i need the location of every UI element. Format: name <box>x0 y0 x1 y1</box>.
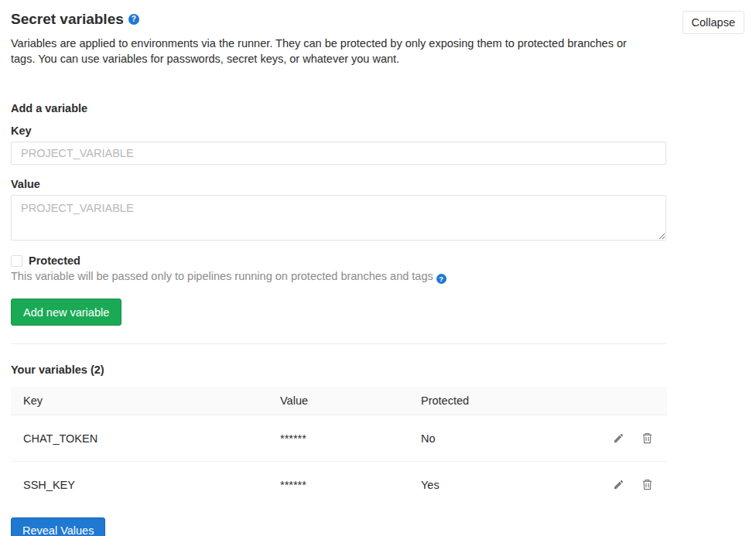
reveal-values-button[interactable]: Reveal Values <box>11 517 105 536</box>
delete-variable-button[interactable] <box>640 431 655 446</box>
value-input[interactable] <box>11 195 666 241</box>
section-header: Secret variables ? <box>11 11 667 28</box>
protected-checkbox[interactable] <box>11 255 22 267</box>
variable-protected: Yes <box>409 462 556 508</box>
delete-variable-button[interactable] <box>640 477 655 492</box>
trash-icon <box>641 479 653 490</box>
table-row: CHAT_TOKEN ****** No <box>11 415 667 462</box>
pencil-icon <box>613 479 624 490</box>
variable-protected: No <box>409 415 556 462</box>
edit-variable-button[interactable] <box>611 431 626 446</box>
column-header-value: Value <box>268 387 409 415</box>
divider <box>11 343 667 344</box>
settings-content: Secret variables ? Variables are applied… <box>0 0 667 536</box>
variables-table: Key Value Protected CHAT_TOKEN ****** No <box>11 387 667 507</box>
protected-option: Protected <box>11 254 667 267</box>
variable-value: ****** <box>268 462 409 508</box>
column-header-actions <box>556 387 667 415</box>
table-row: SSH_KEY ****** Yes <box>11 462 667 508</box>
secret-variables-settings: Collapse Secret variables ? Variables ar… <box>0 0 756 536</box>
variable-key: CHAT_TOKEN <box>11 415 268 462</box>
variable-key: SSH_KEY <box>11 462 268 508</box>
protected-help-text: This variable will be passed only to pip… <box>11 270 667 284</box>
column-header-key: Key <box>11 387 268 415</box>
column-header-protected: Protected <box>409 387 556 415</box>
page-title: Secret variables <box>11 11 124 28</box>
section-description: Variables are applied to environments vi… <box>11 36 653 67</box>
pencil-icon <box>613 432 624 444</box>
add-new-variable-button[interactable]: Add new variable <box>11 299 121 326</box>
question-circle-icon[interactable]: ? <box>436 274 446 284</box>
your-variables-heading: Your variables (2) <box>11 364 667 376</box>
trash-icon <box>641 432 653 444</box>
protected-label: Protected <box>29 254 80 267</box>
key-input[interactable] <box>11 142 666 165</box>
add-variable-heading: Add a variable <box>11 102 667 114</box>
edit-variable-button[interactable] <box>611 477 626 492</box>
question-circle-icon[interactable]: ? <box>128 14 139 25</box>
table-header-row: Key Value Protected <box>11 387 667 415</box>
collapse-button[interactable]: Collapse <box>682 11 744 34</box>
key-label: Key <box>11 125 667 137</box>
value-label: Value <box>11 178 667 190</box>
variable-value: ****** <box>268 415 409 462</box>
